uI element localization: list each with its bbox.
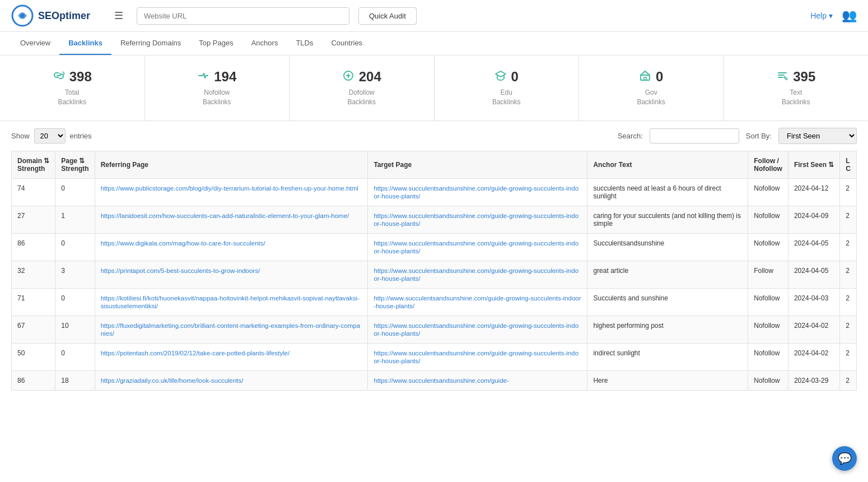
referring-page-link[interactable]: https://lanidoesit.com/how-succulents-ca…	[101, 212, 349, 219]
cell-page-strength: 0	[55, 178, 95, 206]
target-page-link[interactable]: https://www.succulentsandsunshine.com/gu…	[374, 267, 578, 282]
sort-select[interactable]: First Seen Last Seen Domain Strength Pag…	[778, 128, 857, 144]
referring-page-link[interactable]: https://www.digikala.com/mag/how-to-care…	[101, 240, 265, 247]
cell-first-seen: 2024-03-29	[788, 370, 839, 390]
cell-referring-page: https://printapot.com/5-best-succulents-…	[95, 261, 368, 288]
referring-page-link[interactable]: https://www.publicstorage.com/blog/diy/d…	[101, 185, 358, 192]
tab-top-pages[interactable]: Top Pages	[190, 32, 242, 55]
cell-anchor-text: great article	[587, 261, 748, 288]
tab-anchors[interactable]: Anchors	[242, 32, 287, 55]
cell-lc: 2	[840, 206, 857, 233]
stat-nofollow-backlinks: 194 NofollowBacklinks	[145, 55, 290, 121]
tab-backlinks[interactable]: Backlinks	[59, 32, 111, 55]
cell-page-strength: 1	[55, 206, 95, 233]
table-header-row: Domain ⇅Strength Page ⇅Strength Referrin…	[12, 151, 857, 178]
cell-target-page: http://www.succulentsandsunshine.com/gui…	[368, 288, 587, 316]
tab-referring-domains[interactable]: Referring Domains	[111, 32, 190, 55]
col-follow: Follow /Nofollow	[748, 151, 788, 178]
cell-lc: 2	[840, 261, 857, 288]
dofollow-number: 204	[359, 69, 381, 85]
help-button[interactable]: Help ▾	[810, 11, 833, 20]
cell-target-page: https://www.succulentsandsunshine.com/gu…	[368, 316, 587, 343]
stat-gov-backlinks: 0 GovBacklinks	[579, 55, 724, 121]
text-backlinks-number: 395	[793, 69, 815, 85]
referring-page-link[interactable]: https://graziadaily.co.uk/life/home/look…	[101, 377, 244, 384]
col-first-seen[interactable]: First Seen ⇅	[788, 151, 839, 178]
target-page-link[interactable]: https://www.succulentsandsunshine.com/gu…	[374, 240, 578, 254]
header-right: Help ▾ 👥	[810, 8, 857, 23]
cell-referring-page: https://potentash.com/2019/02/12/take-ca…	[95, 343, 368, 370]
target-page-link[interactable]: https://www.succulentsandsunshine.com/gu…	[374, 185, 578, 200]
sort-arrow-fs: ⇅	[828, 161, 834, 169]
cell-anchor-text: Succulents and sunshine	[587, 288, 748, 316]
cell-first-seen: 2024-04-02	[788, 316, 839, 343]
cell-domain-strength: 74	[12, 178, 55, 206]
cell-lc: 2	[840, 233, 857, 261]
cell-follow: Follow	[748, 261, 788, 288]
referring-page-link[interactable]: https://fluxedigitalmarketing.com/brilli…	[101, 322, 360, 337]
table-row: 50 0 https://potentash.com/2019/02/12/ta…	[12, 343, 857, 370]
table-row: 74 0 https://www.publicstorage.com/blog/…	[12, 178, 857, 206]
gov-label: GovBacklinks	[637, 88, 665, 107]
logo-area: SEOptimer	[11, 4, 101, 27]
help-chevron-icon: ▾	[829, 11, 833, 20]
cell-page-strength: 3	[55, 261, 95, 288]
col-domain-strength[interactable]: Domain ⇅Strength	[12, 151, 55, 178]
col-anchor-text: Anchor Text	[587, 151, 748, 178]
stat-top-gov: 0	[639, 69, 663, 85]
entries-select[interactable]: 20 50 100	[34, 128, 66, 143]
total-backlinks-icon	[53, 69, 65, 85]
table-row: 67 10 https://fluxedigitalmarketing.com/…	[12, 316, 857, 343]
cell-anchor-text: succulents need at least a 6 hours of di…	[587, 178, 748, 206]
cell-domain-strength: 86	[12, 370, 55, 390]
edu-label: EduBacklinks	[492, 88, 521, 107]
cell-follow: Nofollow	[748, 233, 788, 261]
dofollow-label: DofollowBacklinks	[347, 88, 376, 107]
users-icon-button[interactable]: 👥	[842, 8, 857, 23]
url-input[interactable]	[137, 7, 349, 25]
sort-arrow-ds: ⇅	[44, 157, 49, 165]
target-page-link[interactable]: https://www.succulentsandsunshine.com/gu…	[374, 377, 509, 384]
table-row: 86 18 https://graziadaily.co.uk/life/hom…	[12, 370, 857, 390]
table-row: 71 0 https://kotiliesi.fi/koti/huonekasv…	[12, 288, 857, 316]
col-page-strength[interactable]: Page ⇅Strength	[55, 151, 95, 178]
cell-lc: 2	[840, 343, 857, 370]
stat-top-edu: 0	[494, 69, 519, 85]
target-page-link[interactable]: https://www.succulentsandsunshine.com/gu…	[374, 322, 578, 337]
dofollow-icon	[342, 69, 354, 85]
table-row: 86 0 https://www.digikala.com/mag/how-to…	[12, 233, 857, 261]
logo-icon	[11, 4, 34, 27]
svg-point-1	[20, 13, 25, 18]
cell-page-strength: 0	[55, 288, 95, 316]
nofollow-icon	[197, 69, 209, 85]
svg-rect-4	[644, 77, 646, 80]
cell-first-seen: 2024-04-03	[788, 288, 839, 316]
tab-overview[interactable]: Overview	[11, 32, 59, 55]
target-page-link[interactable]: http://www.succulentsandsunshine.com/gui…	[374, 295, 581, 309]
cell-referring-page: https://fluxedigitalmarketing.com/brilli…	[95, 316, 368, 343]
quick-audit-button[interactable]: Quick Audit	[358, 7, 417, 25]
col-target-page: Target Page	[368, 151, 587, 178]
stats-row: 398 TotalBacklinks 194 NofollowBacklinks…	[0, 55, 868, 121]
cell-domain-strength: 67	[12, 316, 55, 343]
cell-lc: 2	[840, 288, 857, 316]
stat-top-total: 398	[53, 69, 92, 85]
cell-first-seen: 2024-04-05	[788, 233, 839, 261]
referring-page-link[interactable]: https://potentash.com/2019/02/12/take-ca…	[101, 350, 290, 356]
sort-arrow-ps: ⇅	[79, 157, 85, 165]
referring-page-link[interactable]: https://printapot.com/5-best-succulents-…	[101, 267, 260, 274]
nav-tabs: Overview Backlinks Referring Domains Top…	[0, 32, 868, 55]
target-page-link[interactable]: https://www.succulentsandsunshine.com/gu…	[374, 212, 578, 227]
tab-countries[interactable]: Countries	[322, 32, 371, 55]
cell-referring-page: https://graziadaily.co.uk/life/home/look…	[95, 370, 368, 390]
search-input[interactable]	[650, 128, 739, 143]
cell-domain-strength: 27	[12, 206, 55, 233]
stat-edu-backlinks: 0 EduBacklinks	[435, 55, 580, 121]
table-body: 74 0 https://www.publicstorage.com/blog/…	[12, 178, 857, 390]
referring-page-link[interactable]: https://kotiliesi.fi/koti/huonekasvit/na…	[101, 295, 360, 309]
cell-domain-strength: 50	[12, 343, 55, 370]
target-page-link[interactable]: https://www.succulentsandsunshine.com/gu…	[374, 350, 578, 364]
tab-tlds[interactable]: TLDs	[287, 32, 322, 55]
hamburger-button[interactable]: ☰	[110, 7, 128, 24]
cell-lc: 2	[840, 316, 857, 343]
